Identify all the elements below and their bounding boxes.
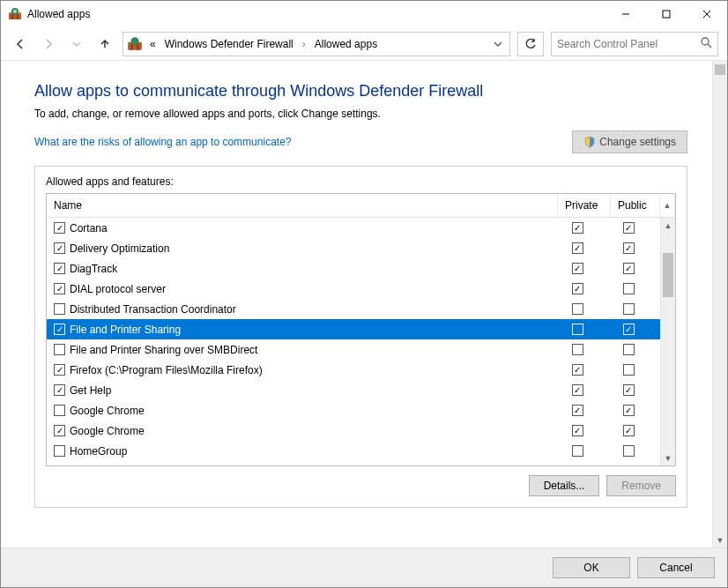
column-name[interactable]: Name xyxy=(47,194,558,217)
refresh-button[interactable] xyxy=(517,32,544,56)
row-private-checkbox[interactable]: ✓ xyxy=(572,405,583,416)
recent-dropdown[interactable] xyxy=(66,33,87,55)
row-public-checkbox[interactable] xyxy=(623,344,635,355)
details-button[interactable]: Details... xyxy=(529,475,600,496)
titlebar: Allowed apps xyxy=(1,1,727,27)
column-public[interactable]: Public xyxy=(611,194,660,217)
scroll-up-icon[interactable]: ▲ xyxy=(661,218,675,233)
row-public-checkbox[interactable]: ✓ xyxy=(623,242,635,254)
row-private-checkbox[interactable] xyxy=(572,445,583,457)
forward-button[interactable] xyxy=(38,33,59,55)
row-name: Cortana xyxy=(70,222,551,234)
window: Allowed apps « Windows Defender Firewall… xyxy=(0,0,728,588)
cancel-button[interactable]: Cancel xyxy=(637,557,715,578)
row-public-checkbox[interactable] xyxy=(623,445,635,457)
table-row[interactable]: ✓Get Help✓✓ xyxy=(47,380,660,400)
ok-button[interactable]: OK xyxy=(553,557,630,578)
apps-listview: Name Private Public ▲ ✓Cortana✓✓✓Deliver… xyxy=(46,193,676,466)
breadcrumb-seg1[interactable]: Windows Defender Firewall xyxy=(163,36,295,52)
row-private-checkbox[interactable]: ✓ xyxy=(572,263,583,274)
table-row[interactable]: File and Printer Sharing over SMBDirect xyxy=(47,339,660,360)
svg-line-15 xyxy=(708,44,711,48)
table-row[interactable]: ✓DIAL protocol server✓ xyxy=(47,279,660,299)
row-public-checkbox[interactable]: ✓ xyxy=(623,263,635,274)
row-private-checkbox[interactable]: ✓ xyxy=(572,283,583,294)
row-name: Delivery Optimization xyxy=(70,242,551,255)
svg-rect-12 xyxy=(137,44,138,50)
row-private-checkbox[interactable] xyxy=(572,303,583,315)
row-public-checkbox[interactable]: ✓ xyxy=(623,425,635,436)
change-settings-button[interactable]: Change settings xyxy=(572,130,687,153)
row-enable-checkbox[interactable] xyxy=(54,445,65,457)
row-private-checkbox[interactable] xyxy=(572,324,583,335)
row-public-checkbox[interactable] xyxy=(623,364,635,376)
row-private-checkbox[interactable]: ✓ xyxy=(572,364,583,376)
scroll-thumb[interactable] xyxy=(663,253,673,297)
scroll-thumb[interactable] xyxy=(715,64,725,75)
list-rows: ✓Cortana✓✓✓Delivery Optimization✓✓✓DiagT… xyxy=(47,218,660,465)
list-header: Name Private Public ▲ xyxy=(47,194,675,218)
panel-label: Allowed apps and features: xyxy=(46,175,676,188)
scroll-down-icon[interactable]: ▼ xyxy=(661,450,675,465)
svg-point-13 xyxy=(131,37,139,45)
content: Allow apps to communicate through Window… xyxy=(1,61,712,547)
row-enable-checkbox[interactable]: ✓ xyxy=(54,263,65,274)
row-enable-checkbox[interactable] xyxy=(54,344,65,355)
row-public-checkbox[interactable] xyxy=(623,303,635,315)
row-name: Distributed Transaction Coordinator xyxy=(70,303,551,316)
row-public-checkbox[interactable]: ✓ xyxy=(623,324,635,335)
scroll-down-icon[interactable]: ▼ xyxy=(713,532,727,547)
page-title: Allow apps to communicate through Window… xyxy=(34,82,687,100)
row-enable-checkbox[interactable] xyxy=(54,303,65,315)
up-button[interactable] xyxy=(94,33,115,55)
row-enable-checkbox[interactable]: ✓ xyxy=(54,222,65,234)
table-row[interactable]: ✓DiagTrack✓✓ xyxy=(47,258,660,279)
row-private-checkbox[interactable]: ✓ xyxy=(572,222,583,234)
row-enable-checkbox[interactable]: ✓ xyxy=(54,425,65,436)
row-private-checkbox[interactable]: ✓ xyxy=(572,425,583,436)
row-enable-checkbox[interactable]: ✓ xyxy=(54,324,65,335)
row-enable-checkbox[interactable]: ✓ xyxy=(54,364,65,376)
row-name: File and Printer Sharing xyxy=(70,324,551,336)
minimize-button[interactable] xyxy=(605,1,646,27)
table-row[interactable]: Google Chrome✓✓ xyxy=(47,400,660,421)
table-row[interactable]: ✓Google Chrome✓✓ xyxy=(47,421,660,441)
page-scrollbar[interactable]: ▲ ▼ xyxy=(712,61,727,547)
row-enable-checkbox[interactable]: ✓ xyxy=(54,242,65,254)
row-public-checkbox[interactable]: ✓ xyxy=(623,384,635,396)
table-row[interactable]: ✓Cortana✓✓ xyxy=(47,218,660,238)
breadcrumb-prefix: « xyxy=(148,36,158,52)
close-button[interactable] xyxy=(687,1,727,27)
table-row[interactable]: ✓Firefox (C:\Program Files\Mozilla Firef… xyxy=(47,360,660,380)
list-scrollbar[interactable]: ▲ ▼ xyxy=(660,218,675,465)
row-enable-checkbox[interactable] xyxy=(54,405,65,416)
row-enable-checkbox[interactable]: ✓ xyxy=(54,384,65,396)
search-icon xyxy=(700,36,712,51)
table-row[interactable]: ✓Delivery Optimization✓✓ xyxy=(47,238,660,258)
back-button[interactable] xyxy=(10,33,31,55)
table-row[interactable]: HomeGroup xyxy=(47,441,660,461)
row-name: DIAL protocol server xyxy=(70,283,551,295)
row-name: DiagTrack xyxy=(70,263,551,275)
chevron-right-icon: › xyxy=(302,38,306,50)
svg-point-14 xyxy=(702,38,709,45)
column-private[interactable]: Private xyxy=(558,194,611,217)
breadcrumb-seg2[interactable]: Allowed apps xyxy=(313,36,379,52)
row-public-checkbox[interactable]: ✓ xyxy=(623,405,635,416)
list-scroll-up-header[interactable]: ▲ xyxy=(660,194,675,217)
row-name: Firefox (C:\Program Files\Mozilla Firefo… xyxy=(70,364,551,376)
table-row[interactable]: Distributed Transaction Coordinator xyxy=(47,299,660,319)
row-public-checkbox[interactable]: ✓ xyxy=(623,222,635,234)
address-bar[interactable]: « Windows Defender Firewall › Allowed ap… xyxy=(123,32,510,56)
maximize-button[interactable] xyxy=(646,1,687,27)
search-input[interactable]: Search Control Panel xyxy=(551,32,718,56)
address-dropdown[interactable] xyxy=(490,40,506,48)
risks-link[interactable]: What are the risks of allowing an app to… xyxy=(34,136,291,148)
body: Allow apps to communicate through Window… xyxy=(1,61,727,547)
row-public-checkbox[interactable] xyxy=(623,283,635,294)
row-enable-checkbox[interactable]: ✓ xyxy=(54,283,65,294)
row-private-checkbox[interactable] xyxy=(572,344,583,355)
table-row[interactable]: ✓File and Printer Sharing✓ xyxy=(47,319,660,339)
row-private-checkbox[interactable]: ✓ xyxy=(572,242,583,254)
row-private-checkbox[interactable]: ✓ xyxy=(572,384,583,396)
